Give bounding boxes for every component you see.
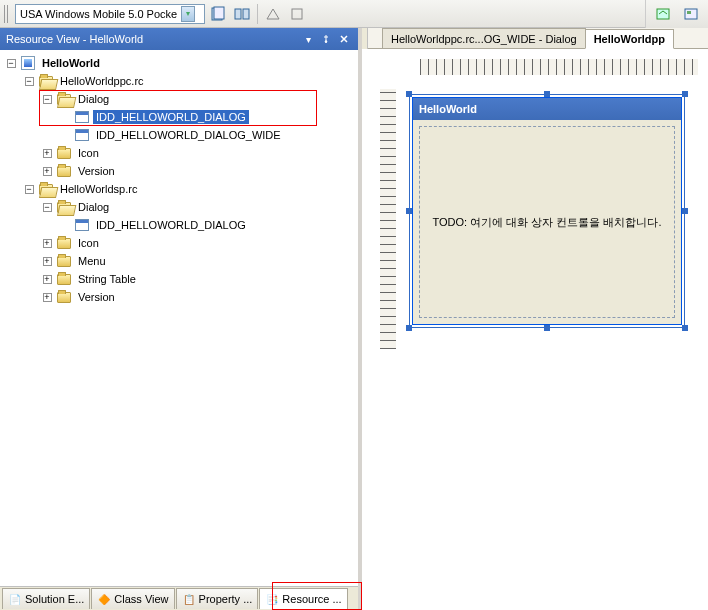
expander-icon[interactable]: + <box>43 167 52 176</box>
tree-label: HelloWorldsp.rc <box>57 182 140 196</box>
toolbar-grip[interactable] <box>4 5 9 23</box>
tree-item[interactable]: − HelloWorldsp.rc <box>2 180 356 198</box>
folder-closed-icon <box>56 289 72 305</box>
toolbar-button-3[interactable] <box>262 3 284 25</box>
folder-closed-icon <box>56 235 72 251</box>
resize-handle[interactable] <box>682 208 688 214</box>
tree-label: IDD_HELLOWORLD_DIALOG <box>93 110 249 124</box>
toolbar-button-4[interactable] <box>286 3 308 25</box>
tree-item[interactable]: + Icon <box>2 234 356 252</box>
tab-label: Class View <box>114 593 168 605</box>
tree-item[interactable]: IDD_HELLOWORLD_DIALOG <box>2 216 356 234</box>
tree-label: Dialog <box>75 200 112 214</box>
designer-pane: HelloWorldppc.rc...OG_WIDE - Dialog Hell… <box>362 28 708 610</box>
toolbar-button-2[interactable] <box>231 3 253 25</box>
svg-rect-1 <box>214 7 224 19</box>
tree-label: Menu <box>75 254 109 268</box>
toolbar-separator <box>257 4 258 24</box>
expander-icon[interactable]: − <box>25 185 34 194</box>
platform-combo-text: USA Windows Mobile 5.0 Pocke <box>20 8 177 20</box>
toolbar-button-1[interactable] <box>207 3 229 25</box>
tab-class-view[interactable]: 🔶Class View <box>91 588 174 609</box>
dialog-titlebar: HelloWorld <box>413 98 681 120</box>
expander-icon[interactable]: + <box>43 293 52 302</box>
toolbar-right-button-1[interactable] <box>652 3 674 25</box>
tab-label: Property ... <box>199 593 253 605</box>
expander-icon[interactable]: − <box>43 95 52 104</box>
doc-tab-label: HelloWorldppc.rc...OG_WIDE - Dialog <box>391 33 577 45</box>
expander-icon[interactable]: + <box>43 149 52 158</box>
tree-label: HelloWorldppc.rc <box>57 74 147 88</box>
tab-resource-view[interactable]: 📑Resource ... <box>259 588 347 609</box>
tree-label: Icon <box>75 236 102 250</box>
tree-item[interactable]: + Version <box>2 288 356 306</box>
tab-label: Resource ... <box>282 593 341 605</box>
svg-rect-3 <box>243 9 249 19</box>
pane-title-text: Resource View - HelloWorld <box>6 33 143 45</box>
doc-tab-active[interactable]: HelloWorldpp <box>585 29 674 49</box>
toolbar-right-group <box>645 0 708 28</box>
pane-pin-button[interactable] <box>318 32 334 47</box>
folder-closed-icon <box>56 271 72 287</box>
tree-item[interactable]: IDD_HELLOWORLD_DIALOG_WIDE <box>2 126 356 144</box>
dropdown-icon[interactable]: ▾ <box>181 6 195 22</box>
tree-item[interactable]: + String Table <box>2 270 356 288</box>
platform-combo[interactable]: USA Windows Mobile 5.0 Pocke ▾ <box>15 4 205 24</box>
svg-rect-4 <box>292 9 302 19</box>
tree-label: String Table <box>75 272 139 286</box>
horizontal-ruler <box>420 59 698 75</box>
dialog-window[interactable]: HelloWorld TODO: 여기에 대화 상자 컨트롤을 배치합니다. <box>412 97 682 325</box>
dialog-designer[interactable]: HelloWorld TODO: 여기에 대화 상자 컨트롤을 배치합니다. <box>362 49 708 610</box>
expander-icon[interactable]: + <box>43 239 52 248</box>
folder-open-icon <box>38 181 54 197</box>
dialog-icon <box>74 217 90 233</box>
expander-icon[interactable]: + <box>43 275 52 284</box>
resize-handle[interactable] <box>682 91 688 97</box>
tab-property[interactable]: 📋Property ... <box>176 588 259 609</box>
dialog-selection[interactable]: HelloWorld TODO: 여기에 대화 상자 컨트롤을 배치합니다. <box>410 95 684 327</box>
expander-icon[interactable]: − <box>43 203 52 212</box>
tree-label: IDD_HELLOWORLD_DIALOG_WIDE <box>93 128 284 142</box>
expander-icon[interactable]: + <box>43 257 52 266</box>
expander-icon[interactable]: − <box>7 59 16 68</box>
tree-root[interactable]: − HelloWorld <box>2 54 356 72</box>
folder-closed-icon <box>56 163 72 179</box>
tree-item[interactable]: − Dialog <box>2 90 356 108</box>
tree-item[interactable]: + Version <box>2 162 356 180</box>
resource-tree[interactable]: − HelloWorld − HelloWorldppc.rc − Dialog… <box>0 50 358 586</box>
class-icon: 🔶 <box>97 592 111 606</box>
project-icon <box>20 55 36 71</box>
tab-solution-explorer[interactable]: 📄Solution E... <box>2 588 90 609</box>
tree-label: Icon <box>75 146 102 160</box>
dialog-icon <box>74 109 90 125</box>
property-icon: 📋 <box>182 592 196 606</box>
pane-dropdown-button[interactable]: ▾ <box>300 32 316 47</box>
tree-root-label: HelloWorld <box>39 56 103 70</box>
resource-icon: 📑 <box>265 592 279 606</box>
toolbar-right-button-2[interactable] <box>680 3 702 25</box>
folder-closed-icon <box>56 253 72 269</box>
dialog-body[interactable]: TODO: 여기에 대화 상자 컨트롤을 배치합니다. <box>419 126 675 318</box>
expander-icon[interactable]: − <box>25 77 34 86</box>
folder-open-icon <box>56 199 72 215</box>
solution-icon: 📄 <box>8 592 22 606</box>
dialog-icon <box>74 127 90 143</box>
resize-handle[interactable] <box>682 325 688 331</box>
pane-close-button[interactable] <box>336 32 352 47</box>
tree-label: IDD_HELLOWORLD_DIALOG <box>93 218 249 232</box>
tree-item[interactable]: + Icon <box>2 144 356 162</box>
tree-label: Version <box>75 164 118 178</box>
doc-tab[interactable]: HelloWorldppc.rc...OG_WIDE - Dialog <box>382 28 586 48</box>
folder-closed-icon <box>56 145 72 161</box>
bottom-tab-bar: 📄Solution E... 🔶Class View 📋Property ...… <box>0 586 358 610</box>
tree-item-selected[interactable]: IDD_HELLOWORLD_DIALOG <box>2 108 356 126</box>
tree-label: Version <box>75 290 118 304</box>
tree-item[interactable]: − Dialog <box>2 198 356 216</box>
tree-item[interactable]: + Menu <box>2 252 356 270</box>
svg-rect-2 <box>235 9 241 19</box>
resource-view-pane: Resource View - HelloWorld ▾ − HelloWorl… <box>0 28 362 610</box>
tree-item[interactable]: − HelloWorldppc.rc <box>2 72 356 90</box>
resize-handle[interactable] <box>406 325 412 331</box>
tree-label: Dialog <box>75 92 112 106</box>
resize-handle[interactable] <box>544 325 550 331</box>
